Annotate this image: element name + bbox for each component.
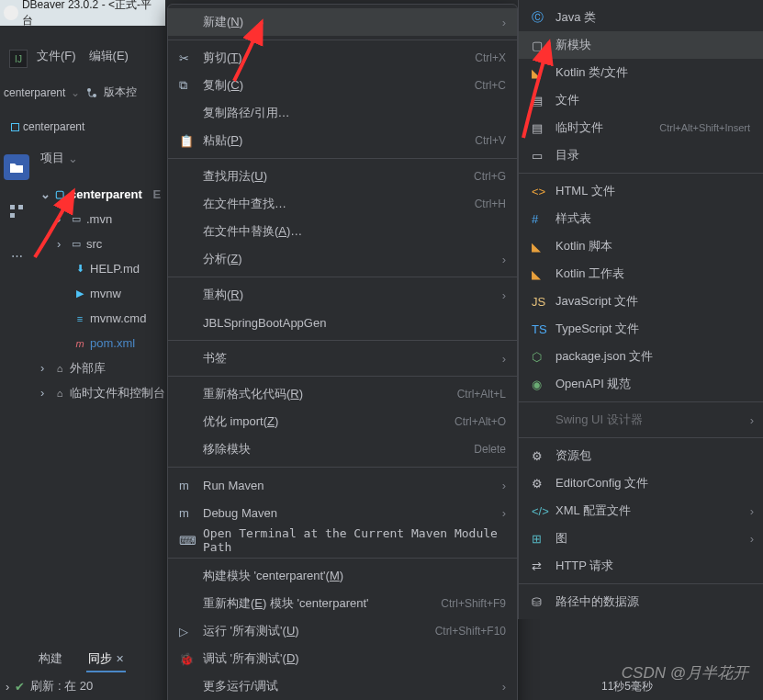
sub-kotlin[interactable]: ◣ Kotlin 类/文件 xyxy=(519,59,763,86)
resource-icon: ⚙ xyxy=(532,449,546,463)
ctx-copy[interactable]: ⧉ 复制(C) Ctrl+C xyxy=(168,72,517,99)
sub-kws[interactable]: ◣ Kotlin 工作表 xyxy=(519,260,763,288)
sub-dir[interactable]: ▭ 目录 xyxy=(519,141,763,169)
kotlin-icon: ◣ xyxy=(532,66,546,80)
menu-file[interactable]: 文件(F) xyxy=(37,48,76,64)
script-icon: ≡ xyxy=(73,312,86,325)
ctx-replaceinfiles[interactable]: 在文件中替换(A)… xyxy=(168,218,517,245)
tree-root[interactable]: ⌄ ▢ centerparent E xyxy=(40,182,169,207)
ctx-paste[interactable]: 📋 粘贴(P) Ctrl+V xyxy=(168,127,517,154)
sub-resbundle[interactable]: ⚙ 资源包 xyxy=(519,442,763,469)
ctx-more[interactable]: 更多运行/调试 › xyxy=(168,672,517,700)
caret-right-icon: › xyxy=(57,237,66,251)
sub-openapi[interactable]: ◉ OpenAPI 规范 xyxy=(519,370,763,398)
ctx-new[interactable]: 新建(N) › xyxy=(168,8,517,36)
tree-help[interactable]: ⬇ HELP.md xyxy=(40,256,169,281)
project-panel-header[interactable]: 项目 ⌄ xyxy=(40,150,78,166)
chevron-right-icon[interactable]: › xyxy=(6,680,9,694)
maven-icon: m xyxy=(73,337,86,350)
scratch-icon: ▤ xyxy=(532,121,546,135)
rail-project[interactable] xyxy=(4,154,29,180)
ctx-run[interactable]: ▷ 运行 '所有测试'(U) Ctrl+Shift+F10 xyxy=(168,617,517,645)
cut-icon: ✂ xyxy=(179,51,194,65)
tree-mvnw[interactable]: ▶ mvnw xyxy=(40,281,169,306)
paste-icon: 📋 xyxy=(179,134,194,148)
ctx-openterm[interactable]: ⌨ Open Terminal at the Current Maven Mod… xyxy=(168,526,517,554)
ctx-optimize[interactable]: 优化 import(Z) Ctrl+Alt+O xyxy=(168,408,517,435)
ctx-removemod[interactable]: 移除模块 Delete xyxy=(168,435,517,463)
sub-css[interactable]: # 样式表 xyxy=(519,205,763,232)
menu-edit[interactable]: 编辑(E) xyxy=(89,48,129,64)
terminal-icon: ⌨ xyxy=(179,534,194,548)
ctx-rebuild[interactable]: 重新构建(E) 模块 'centerparent' Ctrl+Shift+F9 xyxy=(168,590,517,617)
breadcrumb-version[interactable]: 版本控 xyxy=(104,85,137,100)
sub-graph[interactable]: ⊞ 图 › xyxy=(519,525,763,552)
js-icon: JS xyxy=(532,295,546,309)
sub-scratch[interactable]: ▤ 临时文件 Ctrl+Alt+Shift+Insert xyxy=(519,114,763,141)
ctx-debugmaven[interactable]: m Debug Maven › xyxy=(168,499,517,526)
ctx-findusages[interactable]: 查找用法(U) Ctrl+G xyxy=(168,163,517,190)
maven-icon: m xyxy=(179,479,194,492)
ctx-debug[interactable]: 🐞 调试 '所有测试'(D) xyxy=(168,645,517,672)
sub-kscript[interactable]: ◣ Kotlin 脚本 xyxy=(519,232,763,260)
tree-ext[interactable]: › ⌂ 外部库 xyxy=(40,356,169,380)
ctx-refactor[interactable]: 重构(R) › xyxy=(168,281,517,309)
tree-src[interactable]: › ▭ src xyxy=(40,231,169,256)
chevron-right-icon: › xyxy=(502,479,506,492)
menubar: 文件(F) 编辑(E) xyxy=(37,48,129,64)
sub-datasource[interactable]: ⛁ 路径中的数据源 xyxy=(519,588,763,615)
breadcrumb-centerparent[interactable]: centerparent xyxy=(4,86,65,99)
sub-html[interactable]: <> HTML 文件 xyxy=(519,177,763,205)
graph-icon: ⊞ xyxy=(532,532,546,546)
watermark: CSDN @月半花开 xyxy=(622,662,748,683)
sub-js[interactable]: JS JavaScript 文件 xyxy=(519,288,763,315)
close-icon[interactable]: ✕ xyxy=(116,653,124,664)
caret-down-icon: ⌄ xyxy=(40,187,50,201)
svg-rect-4 xyxy=(10,213,15,218)
sub-editorconfig[interactable]: ⚙ EditorConfig 文件 xyxy=(519,469,763,497)
markdown-icon: ⬇ xyxy=(73,263,86,276)
ctx-analyze[interactable]: 分析(Z) › xyxy=(168,245,517,273)
debug-icon: 🐞 xyxy=(179,652,194,666)
sub-javaclass[interactable]: Ⓒ Java 类 xyxy=(519,4,763,31)
rail-more[interactable]: ⋯ xyxy=(4,243,29,268)
chevron-right-icon: › xyxy=(750,504,754,518)
tab-build[interactable]: 构建 xyxy=(37,647,64,672)
chevron-right-icon: › xyxy=(502,253,506,266)
tree-pom[interactable]: m pom.xml xyxy=(40,331,169,356)
sub-pkgjson[interactable]: ⬡ package.json 文件 xyxy=(519,343,763,370)
ctx-findinfiles[interactable]: 在文件中查找… Ctrl+H xyxy=(168,190,517,218)
ctx-buildmod[interactable]: 构建模块 'centerparent'(M) xyxy=(168,562,517,590)
sub-file[interactable]: ▤ 文件 xyxy=(519,86,763,114)
rail-structure[interactable] xyxy=(4,198,29,224)
module-label[interactable]: centerparent xyxy=(11,120,84,133)
sub-swing[interactable]: Swing UI 设计器 › xyxy=(519,406,763,434)
ctx-runmaven[interactable]: m Run Maven › xyxy=(168,471,517,499)
http-icon: ⇄ xyxy=(532,559,546,573)
java-class-icon: Ⓒ xyxy=(532,9,546,26)
ctx-cut[interactable]: ✂ 剪切(T) Ctrl+X xyxy=(168,44,517,72)
tab-sync[interactable]: 同步✕ xyxy=(86,647,126,672)
module-icon: ▢ xyxy=(53,188,66,201)
ctx-copypath[interactable]: 复制路径/引用… xyxy=(168,99,517,127)
sub-xml[interactable]: </> XML 配置文件 › xyxy=(519,497,763,525)
chevron-right-icon: › xyxy=(502,288,506,302)
tree-scratch[interactable]: › ⌂ 临时文件和控制台 xyxy=(40,380,169,405)
kotlin-icon: ◣ xyxy=(532,267,546,281)
ctx-reformat[interactable]: 重新格式化代码(R) Ctrl+Alt+L xyxy=(168,380,517,408)
sub-ts[interactable]: TS TypeScript 文件 xyxy=(519,315,763,343)
ctx-bookmark[interactable]: 书签 › xyxy=(168,344,517,372)
script-icon: ▶ xyxy=(73,288,86,300)
chevron-right-icon: › xyxy=(750,532,754,546)
tree-mvnwcmd[interactable]: ≡ mvnw.cmd xyxy=(40,306,169,331)
sub-http[interactable]: ⇄ HTTP 请求 xyxy=(519,552,763,580)
vcs-branch-icon xyxy=(85,86,98,99)
sub-module[interactable]: ▢ 新模块 xyxy=(519,31,763,59)
tree-mvn[interactable]: › ▭ .mvn xyxy=(40,207,169,231)
chevron-right-icon: › xyxy=(502,506,506,520)
folder-icon: ▭ xyxy=(70,238,83,251)
ide-logo[interactable]: IJ xyxy=(9,50,28,68)
ctx-jblgen[interactable]: JBLSpringBootAppGen xyxy=(168,309,517,336)
chevron-down-icon: ⌄ xyxy=(71,86,80,99)
copy-icon: ⧉ xyxy=(179,78,194,93)
